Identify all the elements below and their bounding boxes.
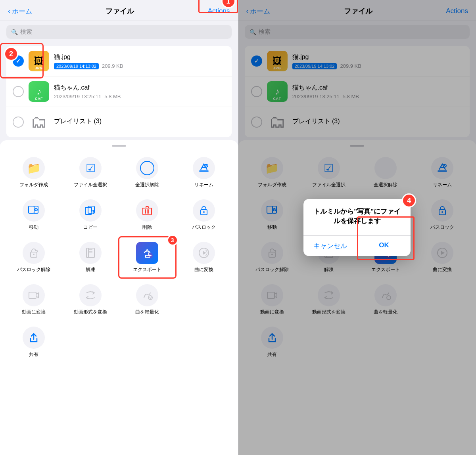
left-unlock-label: パスロック解除 [17, 266, 50, 273]
left-unlock-icon [23, 242, 45, 264]
left-nav-bar: ‹ ホーム ファイル Actions [0, 0, 238, 21]
svg-point-24 [148, 296, 152, 300]
left-action-to-music[interactable]: 曲に変換 [177, 238, 232, 277]
left-files-container: 🖼 JPG 猫.jpg 2023/09/19 14:13:02 209.9 KB… [6, 46, 232, 137]
left-action-decompress[interactable]: 解凍 [63, 238, 118, 277]
left-deselect-all-icon [136, 157, 158, 179]
left-action-compress-song[interactable]: 曲を軽量化 [120, 280, 175, 319]
left-drag-handle [112, 145, 126, 147]
left-file-date-badge-jpg: 2023/09/19 14:13:02 [54, 63, 99, 69]
left-file-info-jpg: 猫.jpg 2023/09/19 14:13:02 209.9 KB [54, 53, 225, 69]
left-panel: ‹ ホーム ファイル Actions 1 🔍 検索 2 [0, 0, 238, 455]
left-delete-icon [136, 199, 158, 222]
left-file-icon-caf: ♪ CAF [29, 81, 49, 102]
left-file-size-jpg: 209.9 KB [102, 63, 123, 69]
left-file-radio-caf[interactable] [13, 86, 24, 97]
left-select-all-icon: ☑ [79, 157, 102, 179]
left-actions-sheet: 📁 フォルダ作成 ☑ ファイル全選択 全選択解除 [0, 140, 238, 455]
left-file-size-caf: 5.8 MB [104, 94, 121, 99]
left-change-format-icon [79, 284, 102, 306]
right-modal-box: トルミルから"写真"にファイルを保存します キャンセル OK [303, 199, 411, 256]
left-file-info-folder: プレイリスト (3) [54, 117, 225, 127]
left-actions-grid: 📁 フォルダ作成 ☑ ファイル全選択 全選択解除 [0, 153, 238, 362]
left-to-music-label: 曲に変換 [194, 266, 213, 273]
left-back-chevron: ‹ [8, 7, 10, 15]
left-file-meta-caf: 2023/09/19 13:25:11 5.8 MB [54, 94, 225, 99]
left-file-radio-folder[interactable] [13, 117, 24, 128]
step3-badge: 3 [167, 235, 178, 246]
left-back-button[interactable]: ‹ ホーム [8, 7, 32, 16]
left-decompress-label: 解凍 [86, 266, 95, 273]
svg-point-3 [35, 208, 38, 211]
left-copy-label: コピー [83, 224, 98, 231]
right-modal-ok-button[interactable]: OK [357, 236, 411, 256]
left-action-change-format[interactable]: 動画形式を変換 [63, 280, 118, 319]
left-action-to-video[interactable]: 動画に変換 [6, 280, 61, 319]
right-panel: ‹ ホーム ファイル Actions 🔍 検索 🖼 JPG 猫.jpg [238, 0, 476, 455]
left-action-passlock[interactable]: パスロック [177, 195, 232, 235]
svg-point-13 [203, 211, 205, 213]
left-copy-icon [79, 199, 102, 222]
left-action-unlock-pass[interactable]: パスロック解除 [6, 238, 61, 277]
left-new-folder-icon: 📁 [23, 157, 45, 179]
svg-rect-23 [29, 292, 36, 298]
left-deselect-all-label: 全選択解除 [135, 182, 159, 188]
left-file-icon-folder: 🗂 [29, 112, 49, 132]
svg-point-1 [204, 164, 208, 168]
left-share-label: 共有 [29, 351, 38, 358]
left-compress-song-icon [136, 284, 158, 306]
left-new-folder-label: フォルダ作成 [19, 182, 48, 188]
step2-badge: 2 [4, 47, 18, 61]
right-modal-title: トルミルから"写真"にファイルを保存します [303, 199, 411, 229]
left-to-video-icon [23, 284, 45, 306]
left-move-label: 移動 [29, 224, 38, 231]
left-file-item-caf[interactable]: ♪ CAF 猫ちゃん.caf 2023/09/19 13:25:11 5.8 M… [6, 76, 232, 107]
left-compress-song-label: 曲を軽量化 [135, 309, 159, 315]
svg-rect-2 [29, 206, 34, 213]
left-nav-title: ファイル [106, 6, 134, 16]
left-move-icon [23, 199, 45, 222]
right-modal-overlay: 4 トルミルから"写真"にファイルを保存します キャンセル OK [238, 0, 476, 455]
left-file-date-caf: 2023/09/19 13:25:11 [54, 94, 101, 99]
left-rename-label: リネーム [194, 182, 213, 188]
right-modal-cancel-button[interactable]: キャンセル [303, 236, 357, 256]
left-actions-button[interactable]: Actions [208, 7, 230, 15]
left-file-item-folder[interactable]: 🗂 プレイリスト (3) [6, 107, 232, 137]
left-action-new-folder[interactable]: 📁 フォルダ作成 [6, 153, 61, 192]
left-action-copy[interactable]: コピー [63, 195, 118, 235]
left-passlock-label: パスロック [192, 224, 216, 231]
left-action-deselect-all[interactable]: 全選択解除 [120, 153, 175, 192]
left-export-icon [136, 242, 158, 264]
left-delete-label: 削除 [142, 224, 152, 231]
right-modal-buttons: キャンセル OK [303, 236, 411, 256]
left-action-select-all[interactable]: ☑ ファイル全選択 [63, 153, 118, 192]
left-action-delete[interactable]: 削除 [120, 195, 175, 235]
left-change-format-label: 動画形式を変換 [74, 309, 107, 315]
left-search-input[interactable]: 🔍 検索 [6, 25, 232, 39]
left-share-icon [23, 327, 45, 349]
left-back-label: ホーム [12, 7, 32, 16]
search-icon: 🔍 [11, 29, 18, 35]
left-export-label: エクスポート [133, 266, 161, 273]
left-file-info-caf: 猫ちゃん.caf 2023/09/19 13:25:11 5.8 MB [54, 84, 225, 99]
left-action-share[interactable]: 共有 [6, 323, 61, 362]
left-rename-icon [193, 157, 215, 179]
svg-rect-0 [199, 170, 209, 172]
left-action-rename[interactable]: リネーム [177, 153, 232, 192]
left-action-move[interactable]: 移動 [6, 195, 61, 235]
step4-badge: 4 [402, 193, 416, 208]
left-to-music-icon [193, 242, 215, 264]
left-file-name-folder: プレイリスト (3) [54, 117, 225, 126]
svg-point-15 [33, 254, 35, 255]
left-action-export[interactable]: 3 エクスポート [120, 238, 175, 277]
left-select-all-label: ファイル全選択 [74, 182, 107, 188]
left-file-meta-jpg: 2023/09/19 14:13:02 209.9 KB [54, 63, 225, 69]
left-file-name-caf: 猫ちゃん.caf [54, 84, 225, 92]
left-file-item-jpg[interactable]: 🖼 JPG 猫.jpg 2023/09/19 14:13:02 209.9 KB [6, 46, 232, 76]
left-file-icon-jpg: 🖼 JPG [29, 51, 49, 71]
left-to-video-label: 動画に変換 [22, 309, 46, 315]
left-search-placeholder: 検索 [20, 28, 32, 36]
left-file-name-jpg: 猫.jpg [54, 53, 225, 61]
left-decompress-icon [79, 242, 102, 264]
left-search-bar: 🔍 検索 [0, 21, 238, 43]
